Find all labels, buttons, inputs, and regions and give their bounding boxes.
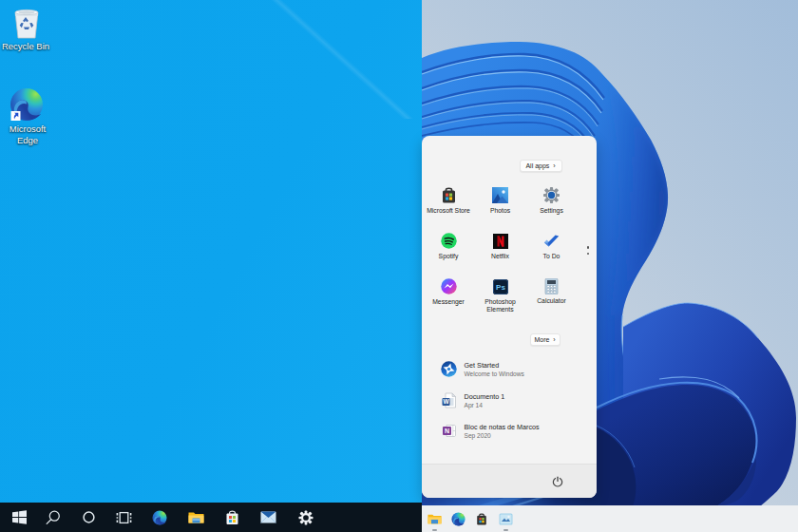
svg-text:W: W — [443, 398, 449, 405]
svg-text:N: N — [444, 428, 448, 434]
svg-text:Ps: Ps — [496, 283, 505, 292]
